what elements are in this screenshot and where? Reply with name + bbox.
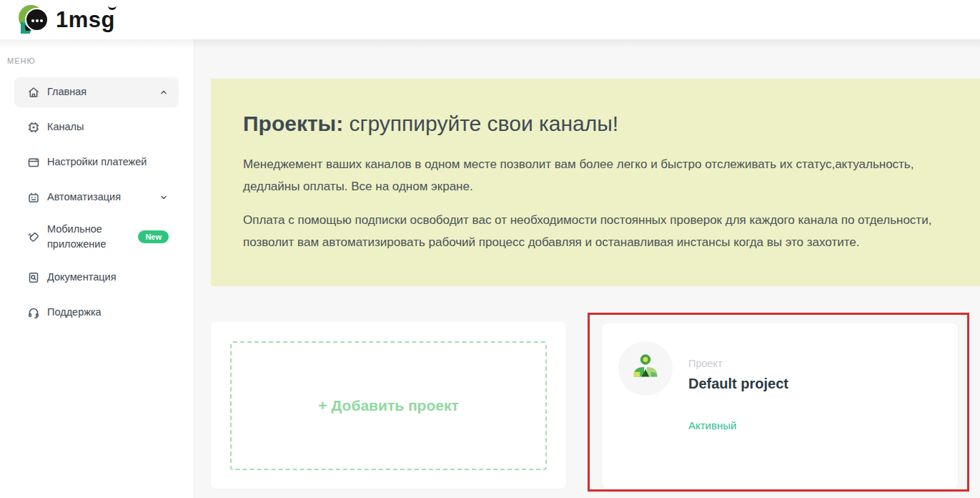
sidebar-item-label: Документация bbox=[47, 270, 116, 285]
logo-text: 1msg bbox=[56, 7, 115, 33]
payment-card-icon bbox=[27, 156, 40, 169]
sidebar-item-label: Настройки платежей bbox=[47, 155, 147, 170]
document-search-icon bbox=[27, 271, 40, 284]
sidebar-item-mobile-app[interactable]: Мобильное приложение New bbox=[14, 217, 179, 257]
sidebar-item-payment-settings[interactable]: Настройки платежей bbox=[14, 147, 179, 177]
main-content: Проекты: сгруппируйте свои каналы! Менед… bbox=[194, 39, 980, 498]
headset-icon bbox=[27, 306, 40, 319]
home-icon bbox=[27, 86, 40, 99]
logo-speech-bubble-icon bbox=[19, 4, 51, 36]
top-header: 1msg bbox=[0, 0, 980, 39]
new-badge: New bbox=[138, 230, 169, 243]
project-card-default[interactable]: Проект Default project Активный bbox=[602, 323, 958, 489]
project-name: Default project bbox=[688, 376, 788, 392]
banner-title: Проекты: сгруппируйте свои каналы! bbox=[243, 112, 618, 136]
sidebar-item-label: Автоматизация bbox=[47, 190, 121, 205]
robot-icon bbox=[27, 191, 40, 204]
logo-breve-mark bbox=[108, 5, 117, 10]
project-type-label: Проект bbox=[688, 358, 723, 369]
chevron-up-icon bbox=[159, 87, 169, 97]
sidebar-item-support[interactable]: Поддержка bbox=[14, 298, 179, 328]
project-avatar bbox=[618, 341, 673, 396]
sidebar-item-label: Поддержка bbox=[47, 305, 102, 320]
menu-section-label: МЕНЮ bbox=[7, 57, 36, 65]
banner-paragraph-2: Оплата с помощью подписки освободит вас … bbox=[243, 209, 931, 253]
chip-icon bbox=[27, 121, 40, 134]
add-project-card[interactable]: + Добавить проект bbox=[211, 322, 566, 489]
projects-info-banner: Проекты: сгруппируйте свои каналы! Менед… bbox=[211, 79, 980, 286]
app-logo[interactable]: 1msg bbox=[19, 4, 115, 36]
add-project-dashed-area[interactable]: + Добавить проект bbox=[230, 341, 547, 470]
sidebar-item-label: Главная bbox=[47, 84, 86, 99]
plant-logo-icon bbox=[629, 352, 662, 385]
sidebar-item-documentation[interactable]: Документация bbox=[14, 263, 179, 293]
sidebar-item-label: Каналы bbox=[47, 119, 84, 135]
sidebar-item-label: Мобильное приложение bbox=[47, 222, 138, 252]
add-project-button[interactable]: + Добавить проект bbox=[318, 397, 458, 414]
banner-paragraph-1: Менеджемент ваших каналов в одном месте … bbox=[243, 153, 914, 197]
sidebar-item-home[interactable]: Главная bbox=[14, 77, 179, 107]
chevron-down-icon bbox=[159, 192, 169, 202]
project-status-badge: Активный bbox=[688, 419, 736, 431]
sidebar: МЕНЮ Главная Каналы Настройки платежей А… bbox=[0, 39, 194, 498]
sidebar-item-automation[interactable]: Автоматизация bbox=[14, 182, 179, 213]
mobile-app-icon bbox=[27, 230, 40, 243]
sidebar-item-channels[interactable]: Каналы bbox=[14, 112, 179, 142]
